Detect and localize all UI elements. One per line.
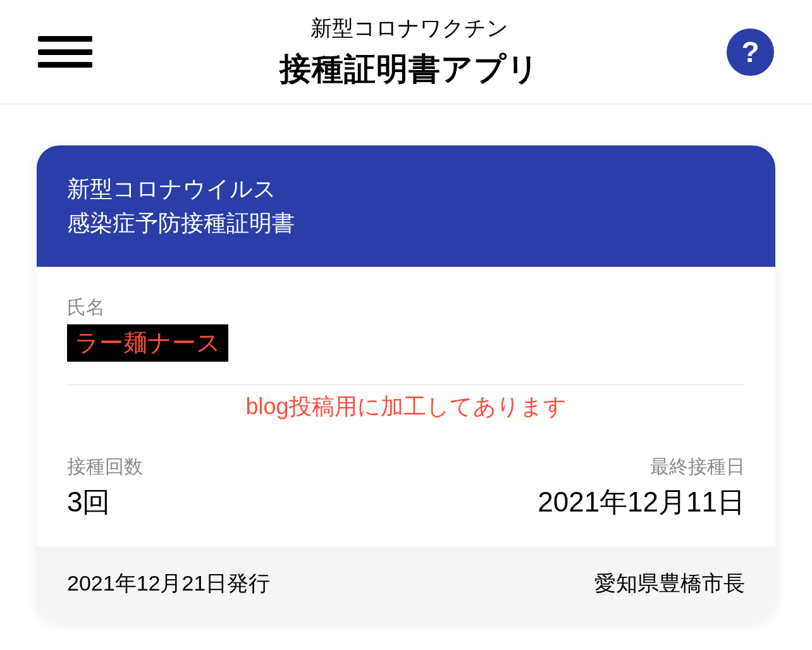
name-section: 氏名 ラー麺ナース [67, 295, 745, 362]
card-body: 氏名 ラー麺ナース blog投稿用に加工してあります 接種回数 3回 最終接種日… [37, 267, 775, 546]
last-dose-label: 最終接種日 [538, 454, 745, 480]
issue-date: 2021年12月21日発行 [67, 569, 270, 598]
dose-count-block: 接種回数 3回 [67, 454, 143, 521]
help-button[interactable]: ? [727, 28, 774, 76]
edit-notice: blog投稿用に加工してあります [67, 384, 745, 436]
last-dose-value: 2021年12月11日 [538, 484, 745, 521]
certificate-card[interactable]: 新型コロナウイルス 感染症予防接種証明書 氏名 ラー麺ナース blog投稿用に加… [37, 145, 775, 621]
dose-count-value: 3回 [67, 484, 143, 521]
card-footer: 2021年12月21日発行 愛知県豊橋市長 [37, 546, 775, 621]
app-title: 接種証明書アプリ [92, 48, 727, 90]
app-header: 新型コロナワクチン 接種証明書アプリ ? [0, 0, 812, 104]
title-block: 新型コロナワクチン 接種証明書アプリ [92, 14, 727, 90]
card-title-line2: 感染症予防接種証明書 [67, 206, 745, 240]
menu-icon[interactable] [38, 36, 92, 68]
help-icon: ? [741, 35, 759, 69]
content-area: 新型コロナウイルス 感染症予防接種証明書 氏名 ラー麺ナース blog投稿用に加… [0, 104, 812, 621]
last-dose-block: 最終接種日 2021年12月11日 [538, 454, 745, 521]
dose-count-label: 接種回数 [67, 454, 143, 480]
name-value: ラー麺ナース [67, 324, 228, 362]
issuer: 愛知県豊橋市長 [594, 569, 745, 598]
card-header: 新型コロナウイルス 感染症予防接種証明書 [37, 145, 775, 267]
app-subtitle: 新型コロナワクチン [92, 14, 727, 43]
name-label: 氏名 [67, 295, 745, 321]
stats-row: 接種回数 3回 最終接種日 2021年12月11日 [67, 454, 745, 521]
card-title-line1: 新型コロナウイルス [67, 172, 745, 206]
